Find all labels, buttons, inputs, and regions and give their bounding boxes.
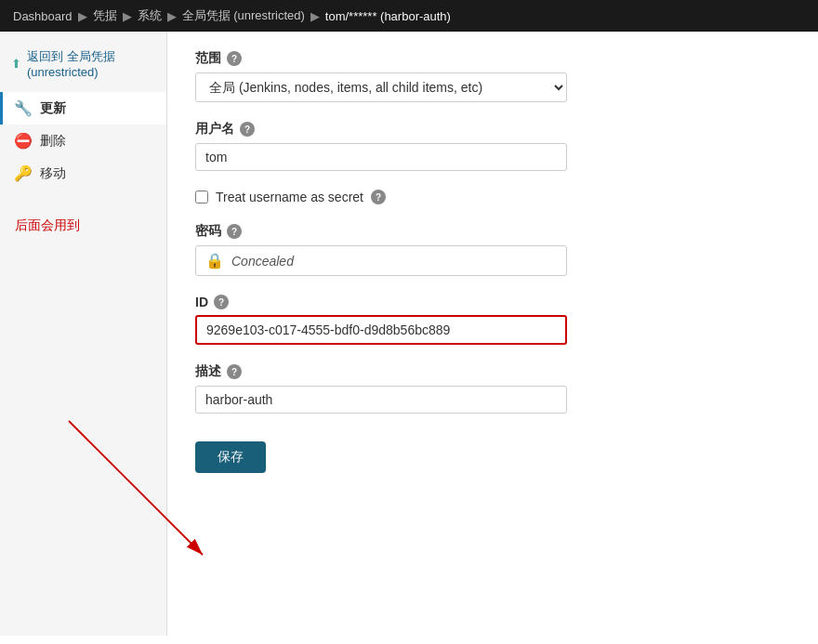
sidebar-update-label: 更新 (40, 100, 66, 117)
back-link[interactable]: ⬆ 返回到 全局凭据 (unrestricted) (0, 41, 166, 86)
password-concealed-text: Concealed (231, 254, 294, 269)
delete-icon: ⛔ (14, 132, 33, 150)
password-label: 密码 ? (195, 223, 790, 240)
back-link-label: 返回到 全局凭据 (unrestricted) (27, 48, 155, 79)
scope-label: 范围 ? (195, 50, 790, 67)
username-group: 用户名 ? (195, 121, 790, 171)
wrench-icon: 🔧 (14, 99, 33, 117)
back-arrow-icon: ⬆ (11, 57, 21, 71)
treat-username-label: Treat username as secret (216, 190, 363, 204)
breadcrumb-system[interactable]: 系统 (138, 7, 162, 24)
id-group: ID ? (195, 295, 790, 345)
main-layout: ⬆ 返回到 全局凭据 (unrestricted) 🔧 更新 ⛔ 删除 🔑 移动… (0, 32, 818, 636)
save-button[interactable]: 保存 (195, 441, 266, 473)
description-group: 描述 ? (195, 363, 790, 414)
lock-icon: 🔒 (205, 252, 224, 269)
scope-group: 范围 ? 全局 (Jenkins, nodes, items, all chil… (195, 50, 790, 102)
breadcrumb-global[interactable]: 全局凭据 (unrestricted) (182, 7, 305, 24)
username-input[interactable] (195, 143, 567, 171)
id-label: ID ? (195, 295, 790, 309)
sidebar-item-update[interactable]: 🔧 更新 (0, 92, 166, 125)
description-help-icon[interactable]: ? (227, 364, 242, 379)
treat-username-row: Treat username as secret ? (195, 190, 790, 204)
scope-help-icon[interactable]: ? (227, 51, 242, 66)
sep1: ▶ (78, 9, 87, 23)
treat-username-help-icon[interactable]: ? (371, 190, 386, 204)
treat-username-checkbox[interactable] (195, 191, 208, 204)
content-area: 范围 ? 全局 (Jenkins, nodes, items, all chil… (167, 32, 818, 636)
breadcrumb-current: tom/****** (harbor-auth) (325, 9, 451, 23)
sidebar: ⬆ 返回到 全局凭据 (unrestricted) 🔧 更新 ⛔ 删除 🔑 移动… (0, 32, 167, 636)
sidebar-item-move[interactable]: 🔑 移动 (0, 157, 166, 190)
sidebar-delete-label: 删除 (40, 133, 66, 150)
id-input[interactable] (195, 315, 567, 345)
sep2: ▶ (123, 9, 132, 23)
password-field: 🔒 Concealed (195, 245, 567, 276)
username-help-icon[interactable]: ? (240, 122, 255, 137)
description-label: 描述 ? (195, 363, 790, 380)
annotation-container: 后面会用到 (15, 217, 80, 234)
id-help-icon[interactable]: ? (214, 295, 229, 309)
sep4: ▶ (310, 9, 320, 23)
sidebar-menu: 🔧 更新 ⛔ 删除 🔑 移动 (0, 92, 166, 190)
sidebar-move-label: 移动 (40, 165, 66, 182)
username-label: 用户名 ? (195, 121, 790, 138)
id-field-wrap (195, 315, 790, 345)
breadcrumb: Dashboard ▶ 凭据 ▶ 系统 ▶ 全局凭据 (unrestricted… (0, 0, 818, 32)
sidebar-item-delete[interactable]: ⛔ 删除 (0, 125, 166, 157)
breadcrumb-dashboard[interactable]: Dashboard (13, 9, 73, 23)
password-group: 密码 ? 🔒 Concealed (195, 223, 790, 276)
breadcrumb-credentials[interactable]: 凭据 (93, 7, 117, 24)
move-icon: 🔑 (14, 164, 33, 182)
annotation-text: 后面会用到 (15, 217, 80, 232)
description-input[interactable] (195, 386, 567, 414)
scope-select[interactable]: 全局 (Jenkins, nodes, items, all child ite… (195, 72, 567, 102)
password-help-icon[interactable]: ? (227, 224, 242, 239)
sep3: ▶ (167, 9, 177, 23)
